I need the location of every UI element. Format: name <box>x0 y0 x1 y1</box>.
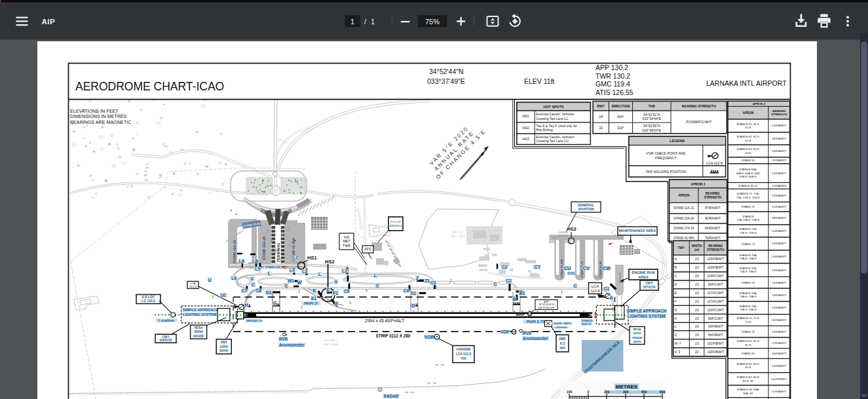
svg-text:75-R: 75-R <box>745 320 751 324</box>
svg-text:55/R/A/W/T: 55/R/A/W/T <box>772 269 787 272</box>
svg-text:62-R: 62-R <box>745 139 751 142</box>
svg-text:STANDS 72B,: STANDS 72B, <box>739 227 757 231</box>
svg-text:150: 150 <box>604 390 610 394</box>
svg-text:LARNAKA INTL AIRPORT: LARNAKA INTL AIRPORT <box>706 79 787 87</box>
svg-text:HS1: HS1 <box>307 255 317 261</box>
svg-text:ASPH: ASPH <box>633 340 641 343</box>
svg-text:Z: Z <box>416 275 419 281</box>
svg-text:H: H <box>675 317 677 320</box>
svg-text:73A-F, 73A-R: 73A-F, 73A-R <box>740 257 757 260</box>
svg-text:STANDS 81, 81-F,: STANDS 81, 81-F, <box>736 339 759 343</box>
svg-text:C1: C1 <box>604 286 610 291</box>
svg-text:STAND 76: STAND 76 <box>742 330 755 333</box>
svg-text:L: L <box>268 271 271 276</box>
svg-text:22: 22 <box>599 126 603 130</box>
svg-text:90X90: 90X90 <box>633 332 641 335</box>
svg-text:L6: L6 <box>231 276 236 280</box>
svg-text:LEGEND: LEGEND <box>670 139 685 143</box>
svg-text:V: V <box>251 276 254 282</box>
svg-text:51/R/A/W/T: 51/R/A/W/T <box>772 341 787 345</box>
svg-text:GENERAL: GENERAL <box>558 231 568 234</box>
svg-text:86B, 87: 86B, 87 <box>744 392 753 395</box>
svg-text:GMC 119.4: GMC 119.4 <box>595 80 630 88</box>
svg-text:PCN69/F/C/W/T: PCN69/F/C/W/T <box>686 120 712 124</box>
svg-text:79/R/A/W/T: 79/R/A/W/T <box>705 237 721 240</box>
svg-text:G1: G1 <box>266 290 272 295</box>
svg-text:LCA 112.8: LCA 112.8 <box>706 161 723 165</box>
svg-text:C7: C7 <box>242 288 248 293</box>
svg-text:L: L <box>318 271 322 277</box>
svg-text:LIGHTING SYSTEM: LIGHTING SYSTEM <box>183 313 217 316</box>
svg-text:ASPHALT: ASPHALT <box>325 339 337 342</box>
svg-text:STRIP 3112 X 280: STRIP 3112 X 280 <box>376 333 411 338</box>
svg-text:ILS LOC: ILS LOC <box>142 295 155 299</box>
svg-text:STAND 82: STAND 82 <box>742 352 755 355</box>
svg-text:C6: C6 <box>255 288 261 293</box>
svg-text:STRENGTH: STRENGTH <box>771 113 787 116</box>
svg-text:VOR CHECK POINT AND: VOR CHECK POINT AND <box>646 151 685 155</box>
svg-text:1: 1 <box>349 301 351 305</box>
svg-text:PAPI 3°: PAPI 3° <box>304 301 318 305</box>
svg-text:SALT LAKE: SALT LAKE <box>451 235 465 238</box>
svg-text:L4: L4 <box>290 268 295 273</box>
svg-text:C: C <box>675 275 677 278</box>
svg-text:W1: W1 <box>288 278 294 283</box>
svg-text:TWR 130.2: TWR 130.2 <box>595 72 630 80</box>
svg-text:L: L <box>374 273 377 278</box>
svg-text:E: E <box>313 288 316 294</box>
svg-text:STAND 41-48A: STAND 41-48A <box>673 237 694 240</box>
svg-text:033°36'44"E: 033°36'44"E <box>643 117 662 121</box>
svg-text:ENGINE RUN: ENGINE RUN <box>632 271 654 275</box>
svg-text:120/F/B/W/T: 120/F/B/W/T <box>708 266 725 269</box>
svg-text:Exercise Caution. Vehicles: Exercise Caution. Vehicles <box>536 136 574 139</box>
svg-text:ELEV 7ft: ELEV 7ft <box>582 323 592 326</box>
svg-text:STANDS 73B,: STANDS 73B, <box>739 267 757 270</box>
svg-text:23: 23 <box>695 283 699 286</box>
svg-text:FFS: FFS <box>365 247 371 251</box>
svg-text:C2: C2 <box>502 265 508 269</box>
svg-text:STANDS 65-67: STANDS 65-67 <box>738 184 758 187</box>
svg-text:STANDS 61, 61-F,: STANDS 61, 61-F, <box>736 123 759 126</box>
svg-text:23: 23 <box>695 275 699 278</box>
svg-text:C: C <box>284 283 288 289</box>
svg-text:V, Z: V, Z <box>675 351 680 354</box>
svg-text:L2: L2 <box>342 269 347 273</box>
svg-text:75X: 75X <box>461 357 466 360</box>
svg-text:72B-F, 72B-R: 72B-F, 72B-R <box>740 231 757 235</box>
svg-text:1: 1 <box>298 290 300 294</box>
svg-text:BEARING STRENGTH: BEARING STRENGTH <box>682 104 716 108</box>
svg-text:STANDS 63, 63-F,: STANDS 63, 63-F, <box>736 147 759 151</box>
svg-text:75%: 75% <box>425 18 440 26</box>
svg-text:W, Y: W, Y <box>675 342 682 345</box>
svg-text:033°37'49.00"E: 033°37'49.00"E <box>538 307 555 309</box>
svg-text:DME: DME <box>559 337 566 341</box>
svg-text:2994 x 45 ASPHALT: 2994 x 45 ASPHALT <box>365 318 404 323</box>
svg-text:CWY: CWY <box>162 335 170 339</box>
svg-text:1: 1 <box>371 18 375 26</box>
svg-text:SWY: SWY <box>220 341 227 344</box>
svg-text:1: 1 <box>301 305 303 309</box>
svg-text:L3: L3 <box>302 269 307 274</box>
svg-text:U: U <box>208 277 211 283</box>
svg-text:117/F/C/W/T: 117/F/C/W/T <box>708 300 724 303</box>
svg-text:STAND 22A-26: STAND 22A-26 <box>673 217 694 220</box>
svg-text:STAND 61-64B: STAND 61-64B <box>560 259 563 278</box>
svg-text:AIRPORT: AIRPORT <box>452 231 464 234</box>
svg-text:AIS: AIS <box>344 235 350 239</box>
svg-text:96/F/B/W/T: 96/F/B/W/T <box>708 333 723 337</box>
svg-text:U1: U1 <box>221 293 227 297</box>
svg-text:23: 23 <box>695 266 699 269</box>
svg-text:LIGHTING SYSTEM: LIGHTING SYSTEM <box>628 314 666 318</box>
svg-text:CWY: CWY <box>645 282 653 285</box>
svg-text:84/R/A/W/T: 84/R/A/W/T <box>705 227 721 230</box>
svg-text:C: C <box>375 283 379 289</box>
svg-text:Anemometer: Anemometer <box>279 343 305 347</box>
svg-text:23: 23 <box>695 257 699 261</box>
svg-text:THR: THR <box>649 104 656 108</box>
svg-text:110/F/C/W/T: 110/F/C/W/T <box>708 309 724 312</box>
svg-text:DIRECTION: DIRECTION <box>612 104 630 108</box>
svg-text:CU: CU <box>564 265 571 271</box>
svg-text:34°51'51"N: 34°51'51"N <box>643 113 660 117</box>
svg-text:VDF: VDF <box>501 330 510 334</box>
svg-text:1: 1 <box>450 278 452 282</box>
